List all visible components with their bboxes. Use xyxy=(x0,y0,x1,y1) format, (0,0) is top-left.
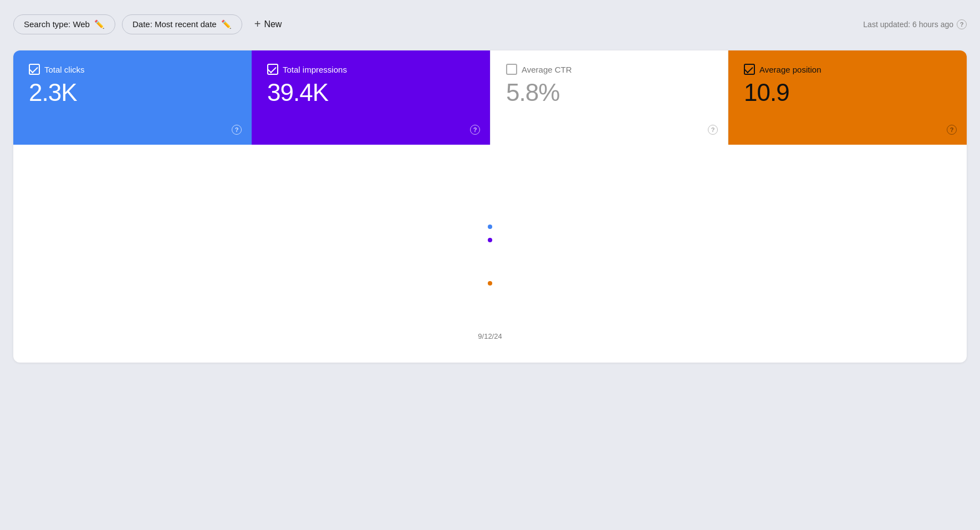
metrics-row: Total clicks 2.3K ? Total impressions 39… xyxy=(13,50,967,145)
checkbox-clicks[interactable] xyxy=(29,64,40,75)
metric-help-impressions: ? xyxy=(470,124,480,135)
chart-date-label: 9/12/24 xyxy=(24,332,956,340)
metric-label-position: Average position xyxy=(759,65,821,74)
metric-value-clicks: 2.3K xyxy=(29,79,236,106)
metric-value-position: 10.9 xyxy=(744,79,951,106)
metric-header-position: Average position xyxy=(744,64,951,75)
help-icon-position[interactable]: ? xyxy=(947,125,957,135)
metric-header-impressions: Total impressions xyxy=(267,64,474,75)
edit-icon: ✏️ xyxy=(94,19,105,29)
metric-help-position: ? xyxy=(947,124,957,135)
help-icon-impressions[interactable]: ? xyxy=(470,125,480,135)
chart-dot-orange xyxy=(488,281,492,286)
metric-tile-position[interactable]: Average position 10.9 ? xyxy=(728,50,967,145)
date-label: Date: Most recent date xyxy=(132,19,217,29)
metric-tile-clicks[interactable]: Total clicks 2.3K ? xyxy=(13,50,252,145)
new-button[interactable]: + New xyxy=(249,13,288,35)
metric-label-impressions: Total impressions xyxy=(283,65,347,74)
metric-value-impressions: 39.4K xyxy=(267,79,474,106)
metric-header-ctr: Average CTR xyxy=(506,64,712,75)
metric-header-clicks: Total clicks xyxy=(29,64,236,75)
metric-value-ctr: 5.8% xyxy=(506,79,712,106)
metric-tile-ctr[interactable]: Average CTR 5.8% ? xyxy=(490,50,728,145)
last-updated-help-icon[interactable]: ? xyxy=(957,19,967,29)
chart-canvas xyxy=(24,161,956,328)
chart-area: 9/12/24 xyxy=(13,145,967,363)
main-card: Total clicks 2.3K ? Total impressions 39… xyxy=(13,50,967,363)
edit-icon-date: ✏️ xyxy=(221,19,232,29)
checkbox-impressions[interactable] xyxy=(267,64,278,75)
metric-label-ctr: Average CTR xyxy=(522,65,572,74)
checkbox-ctr[interactable] xyxy=(506,64,517,75)
metric-label-clicks: Total clicks xyxy=(44,65,85,74)
toolbar: Search type: Web ✏️ Date: Most recent da… xyxy=(13,13,967,35)
plus-icon: + xyxy=(254,18,261,30)
last-updated-text: Last updated: 6 hours ago xyxy=(863,20,953,29)
metric-tile-impressions[interactable]: Total impressions 39.4K ? xyxy=(252,50,490,145)
chart-dot-purple xyxy=(488,238,492,242)
date-filter[interactable]: Date: Most recent date ✏️ xyxy=(122,14,242,34)
metric-help-clicks: ? xyxy=(232,124,242,135)
chart-dot-blue xyxy=(488,225,492,229)
last-updated: Last updated: 6 hours ago ? xyxy=(863,19,967,29)
search-type-label: Search type: Web xyxy=(24,19,90,29)
checkbox-position[interactable] xyxy=(744,64,755,75)
help-icon-clicks[interactable]: ? xyxy=(232,125,242,135)
new-label: New xyxy=(264,19,282,29)
metric-help-ctr: ? xyxy=(708,124,718,135)
help-icon-ctr[interactable]: ? xyxy=(708,125,718,135)
search-type-filter[interactable]: Search type: Web ✏️ xyxy=(13,14,115,34)
